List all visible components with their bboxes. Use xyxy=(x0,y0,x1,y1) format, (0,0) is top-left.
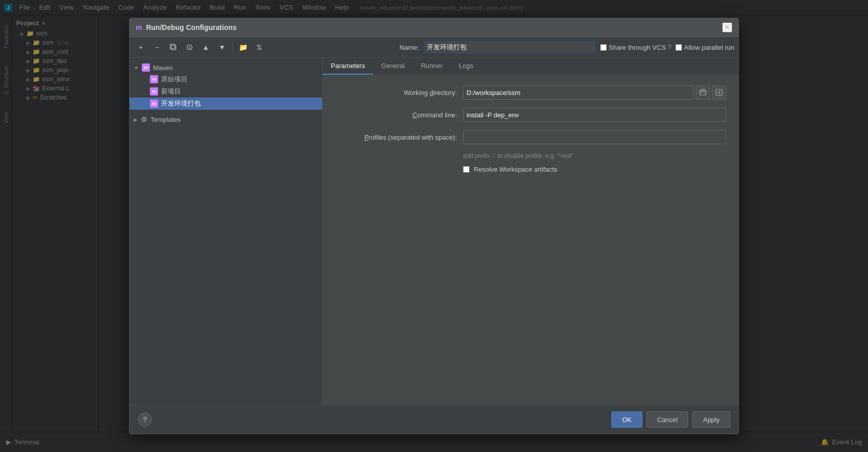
name-input[interactable] xyxy=(423,41,596,54)
config-right-panel: Parameters General Runner Logs Working d… xyxy=(323,58,738,405)
resolve-checkbox-row: Resolve Workspace artifacts xyxy=(463,166,726,173)
apply-button[interactable]: Apply xyxy=(692,411,730,428)
parallel-checkbox-row: Allow parallel run xyxy=(675,44,734,51)
profiles-row: Profiles (separated with space): xyxy=(335,130,726,144)
share-vcs-checkbox[interactable] xyxy=(600,44,607,51)
maven-group-label: Maven xyxy=(153,64,173,72)
config-item-label: 新项目 xyxy=(161,87,181,96)
parallel-run-checkbox[interactable] xyxy=(675,44,682,51)
tab-general[interactable]: General xyxy=(373,58,413,75)
name-label: Name: xyxy=(399,44,419,51)
config-item-xinxiang[interactable]: m 新项目 xyxy=(130,85,322,98)
share-checkbox-row: Share through VCS ? xyxy=(600,44,671,51)
footer-buttons: OK Cancel Apply xyxy=(611,411,730,428)
remove-config-button[interactable]: − xyxy=(150,40,164,54)
profiles-hint: add prefix '-' to disable profile, e.g. … xyxy=(463,152,726,159)
dialog-title-text: Run/Debug Configurations xyxy=(146,23,236,31)
config-tree-panel: ▼ m Maven m 原始项目 m 新项目 m 开发环境打包 ▶ ⚙ Temp… xyxy=(130,58,323,405)
command-line-label: Command line: xyxy=(335,111,457,119)
config-item-label: 开发环境打包 xyxy=(161,99,201,108)
sort-button[interactable]: ⇅ xyxy=(252,40,266,54)
svg-rect-5 xyxy=(700,90,706,95)
config-tabs: Parameters General Runner Logs xyxy=(323,58,738,75)
profiles-input[interactable] xyxy=(463,130,726,144)
svg-text:$: $ xyxy=(718,90,720,95)
templates-group[interactable]: ▶ ⚙ Templates xyxy=(130,114,322,125)
maven-chevron-icon: ▼ xyxy=(134,65,139,71)
command-line-row: Command line: xyxy=(335,108,726,122)
toolbar-separator xyxy=(232,42,233,52)
working-dir-input-group: $ xyxy=(463,85,726,100)
copy-config-button[interactable] xyxy=(166,40,180,54)
profiles-label: Profiles (separated with space): xyxy=(335,134,457,141)
run-debug-dialog: m Run/Debug Configurations × + − ▲ ▼ 📁 ⇅… xyxy=(129,18,739,434)
cancel-button[interactable]: Cancel xyxy=(646,411,688,428)
tab-parameters-content: Working directory: xyxy=(323,75,738,405)
tab-runner[interactable]: Runner xyxy=(413,58,451,75)
templates-chevron-icon: ▶ xyxy=(134,117,138,122)
share-vcs-label: Share through VCS xyxy=(609,44,666,51)
config-item-yuanshi[interactable]: m 原始项目 xyxy=(130,73,322,85)
config-item-label: 原始项目 xyxy=(161,75,188,84)
maven-item-icon: m xyxy=(150,100,158,108)
svg-rect-3 xyxy=(170,44,175,49)
maven-icon: m xyxy=(142,63,150,72)
move-up-button[interactable]: ▲ xyxy=(199,40,213,54)
command-line-input[interactable] xyxy=(463,108,726,122)
working-dir-row: Working directory: xyxy=(335,85,726,100)
parallel-run-label: Allow parallel run xyxy=(684,44,734,51)
templates-icon: ⚙ xyxy=(141,115,147,123)
tab-logs[interactable]: Logs xyxy=(451,58,481,75)
templates-label: Templates xyxy=(150,116,180,123)
folder-button[interactable]: 📁 xyxy=(236,40,250,54)
dialog-body: ▼ m Maven m 原始项目 m 新项目 m 开发环境打包 ▶ ⚙ Temp… xyxy=(130,58,738,405)
help-icon-share[interactable]: ? xyxy=(668,44,671,51)
maven-item-icon: m xyxy=(150,87,158,95)
tab-parameters[interactable]: Parameters xyxy=(323,58,373,75)
add-config-button[interactable]: + xyxy=(134,40,148,54)
resolve-workspace-label: Resolve Workspace artifacts xyxy=(474,166,557,173)
close-button[interactable]: × xyxy=(722,22,732,33)
working-dir-var-button[interactable]: $ xyxy=(712,85,726,100)
maven-logo: m xyxy=(136,23,142,31)
working-dir-browse-button[interactable] xyxy=(696,85,710,100)
help-button[interactable]: ? xyxy=(138,412,152,427)
resolve-workspace-checkbox[interactable] xyxy=(463,166,470,173)
working-dir-input[interactable] xyxy=(463,85,694,100)
maven-item-icon: m xyxy=(150,75,158,83)
dialog-footer: ? OK Cancel Apply xyxy=(130,405,738,434)
move-down-button[interactable]: ▼ xyxy=(215,40,229,54)
svg-rect-2 xyxy=(171,45,176,50)
dialog-toolbar: + − ▲ ▼ 📁 ⇅ Name: Share through VCS ? xyxy=(130,37,738,58)
dialog-titlebar: m Run/Debug Configurations × xyxy=(130,18,738,37)
edit-defaults-button[interactable] xyxy=(182,40,197,54)
dialog-title: m Run/Debug Configurations xyxy=(136,23,237,31)
config-item-devpack[interactable]: m 开发环境打包 xyxy=(130,98,322,110)
maven-group[interactable]: ▼ m Maven xyxy=(130,62,322,73)
name-row: Name: Share through VCS ? Allow parallel… xyxy=(399,41,734,54)
ok-button[interactable]: OK xyxy=(611,411,642,428)
working-dir-label: Working directory: xyxy=(335,89,457,96)
